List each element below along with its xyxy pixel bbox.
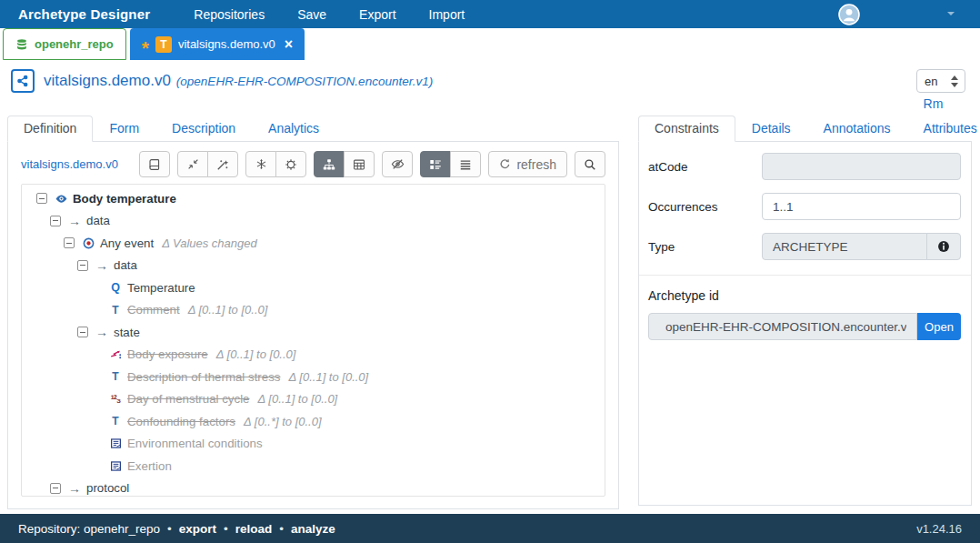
gear-icon bbox=[285, 158, 297, 171]
hide-removed-button[interactable] bbox=[382, 151, 413, 177]
tree-node[interactable]: → Q T ¹²₃ bbox=[22, 232, 605, 255]
panel-tab[interactable]: Annotations bbox=[807, 116, 907, 142]
field-input[interactable] bbox=[762, 233, 927, 260]
tree-node-delta: Δ [0..*] to [0..0] bbox=[244, 415, 322, 428]
terminology-book-button[interactable] bbox=[139, 151, 170, 177]
tree-node[interactable]: → Q T ¹²₃ bbox=[22, 299, 605, 322]
count-icon: ¹²₃ bbox=[108, 393, 123, 406]
open-archetype-button[interactable]: Open bbox=[917, 313, 961, 340]
tree-node-label: protocol bbox=[86, 481, 129, 495]
compress-icon bbox=[187, 158, 199, 170]
status-bar-link[interactable]: analyze bbox=[291, 522, 335, 536]
tree-node[interactable]: → Q T ¹²₃ bbox=[22, 344, 605, 367]
text-icon: T bbox=[108, 304, 123, 317]
status-bar-link[interactable]: export bbox=[179, 522, 216, 536]
language-select[interactable]: en bbox=[916, 69, 965, 93]
search-button[interactable] bbox=[575, 151, 605, 177]
archetype-id-input[interactable] bbox=[648, 313, 917, 340]
event-icon bbox=[81, 237, 95, 249]
form-field-row: Type bbox=[648, 233, 961, 260]
tab-openehr-repo[interactable]: openehr_repo bbox=[3, 28, 126, 60]
status-bar-link[interactable]: reload bbox=[235, 522, 273, 536]
settings-button[interactable] bbox=[275, 151, 306, 177]
compact-list-button[interactable] bbox=[450, 151, 481, 177]
cluster-icon bbox=[108, 460, 123, 472]
tree-node[interactable]: → Q T ¹²₃ bbox=[22, 388, 605, 411]
tree-node-label: Day of menstrual cycle bbox=[127, 392, 250, 406]
tree-node[interactable]: → Q T ¹²₃ bbox=[22, 366, 605, 388]
user-menu-caret-icon[interactable] bbox=[947, 12, 955, 15]
panel-tab[interactable]: Rm Attributes bbox=[907, 91, 980, 142]
repo-tab-label: openehr_repo bbox=[35, 37, 114, 51]
tree-view-button[interactable] bbox=[314, 151, 345, 177]
info-button[interactable] bbox=[926, 233, 961, 260]
repository-tabs: openehr_repo * T vitalsigns.demo.v0 × bbox=[0, 28, 980, 60]
menu-item[interactable]: Export bbox=[359, 7, 395, 22]
panel-tab[interactable]: Constraints bbox=[638, 116, 735, 142]
tree-node-label: data bbox=[114, 258, 137, 272]
collapse-toggle-icon[interactable] bbox=[50, 483, 61, 494]
tree-node[interactable]: → Q T ¹²₃ bbox=[22, 410, 605, 433]
search-icon bbox=[584, 158, 596, 171]
info-icon bbox=[937, 240, 950, 253]
refresh-button[interactable]: refresh bbox=[488, 151, 567, 177]
refresh-icon bbox=[499, 158, 511, 170]
tree-node[interactable]: → Q T ¹²₃ bbox=[22, 187, 605, 210]
tree-node[interactable]: → Q T ¹²₃ bbox=[22, 478, 605, 498]
tree-node-label: state bbox=[114, 326, 140, 339]
panel-tab[interactable]: Analytics bbox=[252, 116, 335, 142]
panel-tab[interactable]: Definition bbox=[7, 116, 93, 142]
refresh-label: refresh bbox=[516, 157, 556, 172]
quantity-icon: Q bbox=[108, 281, 123, 294]
field-input[interactable] bbox=[762, 153, 961, 180]
table-view-button[interactable] bbox=[344, 151, 375, 177]
panel-tab[interactable]: Description bbox=[155, 116, 252, 142]
tab-vitalsigns-demo[interactable]: * T vitalsigns.demo.v0 × bbox=[130, 28, 305, 60]
close-tab-icon[interactable]: × bbox=[285, 36, 293, 53]
field-label: Occurrences bbox=[648, 200, 762, 214]
collapse-all-button[interactable] bbox=[177, 151, 208, 177]
archetype-id-group: Open bbox=[648, 313, 961, 340]
tree-node[interactable]: → Q T ¹²₃ bbox=[22, 321, 605, 344]
attribute-arrow-icon: → bbox=[67, 481, 82, 496]
freeze-button[interactable] bbox=[245, 151, 276, 177]
density-group bbox=[420, 151, 481, 177]
panel-tab[interactable]: Details bbox=[735, 116, 807, 142]
collapse-toggle-icon[interactable] bbox=[50, 216, 61, 226]
coded-text-icon bbox=[108, 348, 123, 360]
wizard-button[interactable] bbox=[207, 151, 238, 177]
field-input[interactable] bbox=[762, 193, 961, 220]
menu-item[interactable]: Repositories bbox=[194, 7, 265, 22]
cluster-icon bbox=[108, 437, 123, 449]
detail-list-button[interactable] bbox=[420, 151, 451, 177]
tree-node[interactable]: → Q T ¹²₃ bbox=[22, 455, 605, 478]
user-avatar-icon[interactable] bbox=[838, 4, 860, 25]
tree-node[interactable]: → Q T ¹²₃ bbox=[22, 277, 605, 299]
menu-item[interactable]: Save bbox=[297, 7, 326, 22]
share-icon bbox=[16, 75, 29, 87]
menu-item[interactable]: Import bbox=[429, 7, 465, 22]
main-menu: RepositoriesSaveExportImport bbox=[194, 7, 465, 22]
collapse-toggle-icon[interactable] bbox=[77, 260, 88, 271]
tree-node-label: Exertion bbox=[127, 459, 172, 473]
archetype-root-link[interactable]: vitalsigns.demo.v0 bbox=[21, 157, 118, 171]
table-icon bbox=[353, 158, 365, 171]
definition-panel-tabs: DefinitionFormDescriptionAnalytics bbox=[7, 116, 619, 142]
tree-node[interactable]: → Q T ¹²₃ bbox=[22, 255, 605, 277]
share-button[interactable] bbox=[11, 69, 35, 93]
file-tab-label: vitalsigns.demo.v0 bbox=[178, 37, 275, 51]
edit-button-group bbox=[177, 151, 238, 177]
list-detail-icon bbox=[429, 158, 442, 171]
tree-node-label: data bbox=[86, 214, 110, 227]
freeze-settings-group bbox=[245, 151, 306, 177]
constraints-panel: ConstraintsDetailsAnnotationsRm Attribut… bbox=[638, 116, 972, 506]
tree-node[interactable]: → Q T ¹²₃ bbox=[22, 433, 605, 456]
dot-separator: • bbox=[279, 522, 284, 536]
tree-node[interactable]: → Q T ¹²₃ bbox=[22, 210, 605, 233]
collapse-toggle-icon[interactable] bbox=[36, 193, 47, 204]
collapse-toggle-icon[interactable] bbox=[64, 237, 75, 248]
collapse-toggle-icon[interactable] bbox=[77, 327, 88, 337]
panel-tab[interactable]: Form bbox=[93, 116, 155, 142]
tree-node-label: Body exposure bbox=[127, 347, 208, 361]
text-icon: T bbox=[108, 415, 123, 427]
